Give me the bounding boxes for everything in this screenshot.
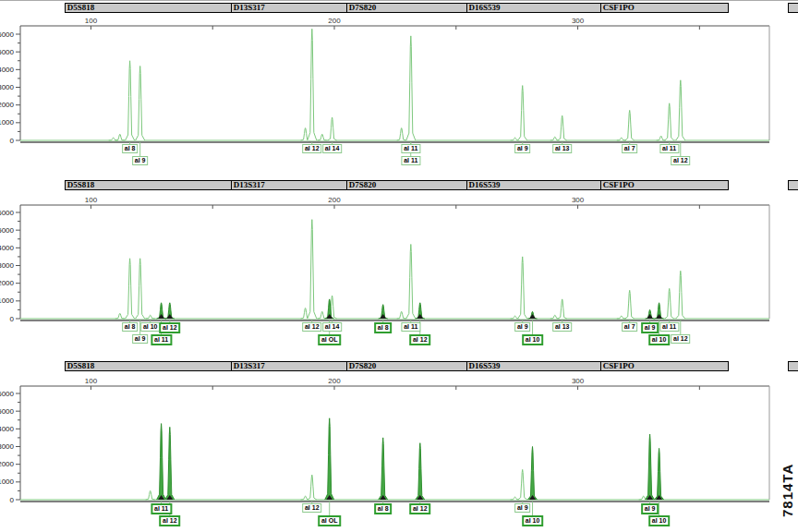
allele-label[interactable]: al 8 (122, 322, 139, 332)
trace-peak (617, 316, 626, 319)
allele-label[interactable]: al 12 (302, 503, 322, 513)
trace-peak (625, 290, 635, 319)
allele-label[interactable]: al 11 (401, 156, 420, 165)
allele-label[interactable]: al 9 (132, 334, 149, 344)
trace-peak (657, 136, 666, 140)
marker-header-d16s539: D16S539 (466, 361, 602, 371)
x-tick-label: 200 (328, 196, 341, 204)
sample-peak (528, 447, 538, 501)
marker-header-blank (788, 3, 798, 13)
allele-label[interactable]: al 8 (374, 322, 393, 333)
allele-label[interactable]: al 12 (409, 503, 431, 514)
y-tick-label: 2000 (0, 279, 15, 287)
allele-label[interactable]: al 13 (552, 322, 573, 332)
marker-header-d13s317: D13S317 (231, 3, 348, 13)
y-tick-label: 3000 (0, 442, 15, 451)
y-tick-label: 5000 (0, 226, 15, 235)
marker-header-d7s820: D7S820 (346, 361, 468, 371)
allele-label[interactable]: al 10 (522, 515, 544, 526)
peak-base-mark (166, 314, 173, 319)
sample-peak (325, 418, 334, 500)
trace-peak (518, 469, 527, 500)
x-tick-label: 300 (572, 196, 585, 204)
allele-label[interactable]: al 9 (641, 503, 659, 514)
trace-peak (665, 103, 674, 140)
sample-peak (379, 438, 388, 500)
allele-label[interactable]: al 11 (151, 334, 172, 345)
allele-label[interactable]: al 10 (648, 515, 671, 526)
allele-label[interactable]: al 9 (641, 322, 659, 333)
marker-header-csf1po: CSF1PO (600, 3, 729, 13)
allele-label[interactable]: al 11 (151, 503, 172, 514)
trace-peak (406, 245, 416, 320)
trace-peak (136, 259, 145, 319)
marker-header-d7s820: D7S820 (346, 3, 468, 13)
y-tick-label: 3000 (0, 261, 15, 270)
x-tick-label: 200 (328, 17, 341, 25)
allele-label[interactable]: al 9 (132, 156, 149, 165)
trace-peak (126, 259, 135, 319)
allele-label[interactable]: al 12 (302, 144, 322, 153)
allele-label[interactable]: al 14 (322, 144, 343, 153)
allele-label[interactable]: al 11 (401, 322, 420, 332)
peak-base-mark (417, 314, 423, 319)
peak-base-mark (380, 314, 386, 319)
marker-header-csf1po: CSF1PO (600, 361, 729, 371)
y-tick-label: 6000 (0, 30, 15, 39)
y-tick-label: 0 (10, 315, 15, 323)
trace-peak (318, 311, 327, 319)
trace-peak (328, 117, 337, 140)
y-tick-label: 6000 (0, 390, 15, 398)
marker-header-d5s818: D5S818 (65, 361, 233, 371)
trace-peak (676, 271, 685, 319)
allele-label[interactable]: al 7 (622, 144, 638, 153)
y-tick-label: 0 (10, 137, 15, 145)
allele-label[interactable]: al 12 (302, 322, 322, 332)
allele-label[interactable]: al 7 (622, 322, 638, 332)
allele-label[interactable]: al 9 (514, 503, 531, 513)
sample-peak (157, 424, 166, 500)
marker-header-d5s818: D5S818 (65, 3, 233, 13)
allele-label[interactable]: al 8 (374, 503, 393, 514)
allele-label[interactable]: al 10 (648, 334, 671, 345)
allele-label[interactable]: al 12 (671, 156, 691, 165)
trace-peak (617, 138, 626, 140)
x-tick-label: 100 (85, 17, 98, 25)
allele-label[interactable]: al 12 (409, 334, 431, 345)
trace-peak (126, 61, 135, 140)
x-tick-label: 100 (85, 377, 98, 385)
y-tick-label: 1000 (0, 118, 15, 127)
allele-label[interactable]: al 14 (322, 322, 343, 332)
peak-base-mark (647, 314, 653, 319)
y-tick-label: 4000 (0, 66, 15, 74)
y-tick-label: 2000 (0, 101, 15, 109)
genotyper-window: 1002003000100020003000400050006000100200… (0, 0, 798, 532)
allele-label[interactable]: al 12 (671, 334, 691, 344)
sample-peak (646, 434, 655, 500)
allele-label[interactable]: al 10 (522, 334, 544, 345)
trace-peak (115, 134, 125, 140)
allele-label[interactable]: al OL (318, 334, 342, 345)
marker-header-d5s818: D5S818 (65, 180, 233, 190)
trace-peak (665, 288, 674, 319)
allele-label[interactable]: al 11 (659, 322, 679, 332)
allele-label[interactable]: al 12 (159, 322, 181, 333)
peak-base-mark (529, 314, 536, 319)
allele-label[interactable]: al 11 (659, 144, 679, 153)
allele-label[interactable]: al 12 (159, 515, 181, 526)
marker-header-d16s539: D16S539 (466, 180, 602, 190)
allele-label[interactable]: al 13 (552, 144, 573, 153)
allele-label[interactable]: al 9 (514, 144, 531, 153)
trace-peak (676, 80, 685, 140)
y-tick-label: 4000 (0, 244, 15, 252)
y-tick-label: 6000 (0, 209, 15, 217)
allele-label[interactable]: al 11 (401, 144, 420, 153)
trace-peak (406, 36, 416, 140)
marker-header-d13s317: D13S317 (231, 180, 348, 190)
allele-label[interactable]: al OL (318, 515, 342, 526)
allele-label[interactable]: al 9 (514, 322, 531, 332)
allele-label[interactable]: al 10 (140, 322, 161, 332)
x-tick-label: 300 (572, 377, 585, 385)
marker-header-blank (788, 180, 798, 190)
allele-label[interactable]: al 8 (122, 144, 139, 153)
